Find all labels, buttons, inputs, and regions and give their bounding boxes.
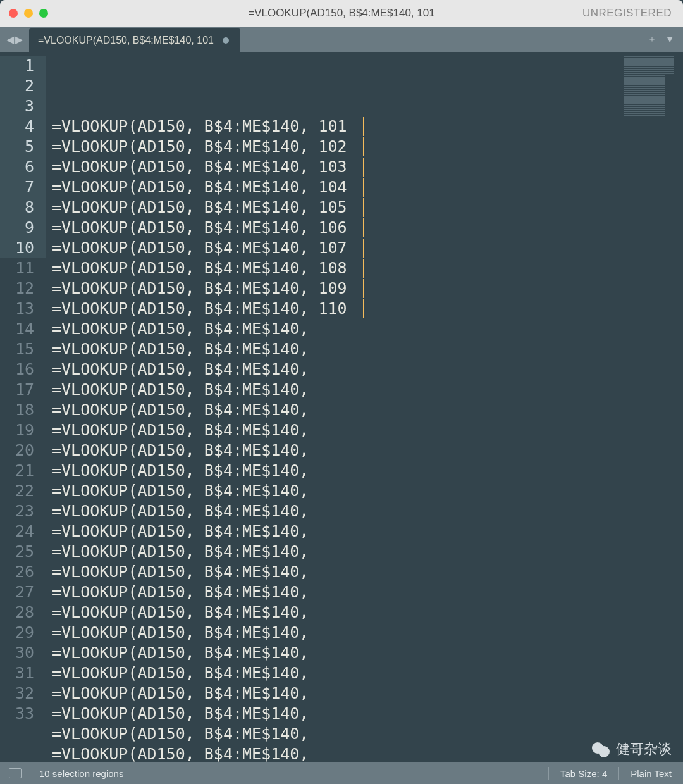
minimize-window-icon[interactable]: [24, 9, 33, 18]
line-number[interactable]: 8: [0, 197, 46, 218]
code-line[interactable]: =VLOOKUP(AD150, B$4:ME$140,: [52, 319, 683, 339]
code-line[interactable]: =VLOOKUP(AD150, B$4:ME$140, 104: [52, 177, 683, 197]
line-number[interactable]: 32: [0, 683, 46, 704]
line-number[interactable]: 30: [0, 643, 46, 663]
code-line[interactable]: =VLOOKUP(AD150, B$4:ME$140,: [52, 724, 683, 744]
zoom-window-icon[interactable]: [39, 9, 48, 18]
close-window-icon[interactable]: [9, 9, 18, 18]
line-number[interactable]: 11: [0, 258, 46, 278]
code-line[interactable]: =VLOOKUP(AD150, B$4:ME$140,: [52, 683, 683, 704]
minimap-line: [624, 109, 665, 110]
minimap-line: [624, 63, 674, 65]
code-line[interactable]: =VLOOKUP(AD150, B$4:ME$140,: [52, 521, 683, 542]
code-line[interactable]: =VLOOKUP(AD150, B$4:ME$140, 103: [52, 157, 683, 177]
file-tab[interactable]: =VLOOKUP(AD150, B$4:ME$140, 101: [29, 28, 240, 52]
line-number[interactable]: 12: [0, 278, 46, 299]
code-line[interactable]: =VLOOKUP(AD150, B$4:ME$140, 102: [52, 137, 683, 157]
code-area[interactable]: =VLOOKUP(AD150, B$4:ME$140, 101=VLOOKUP(…: [48, 52, 683, 762]
line-number[interactable]: 16: [0, 359, 46, 380]
minimap-line: [624, 58, 674, 59]
code-line[interactable]: =VLOOKUP(AD150, B$4:ME$140,: [52, 704, 683, 724]
watermark-text: 健哥杂谈: [616, 740, 672, 759]
text-cursor: [363, 117, 364, 136]
line-number[interactable]: 17: [0, 380, 46, 400]
new-tab-icon[interactable]: ＋: [648, 34, 656, 45]
panel-toggle-icon[interactable]: [9, 768, 22, 778]
minimap-line: [624, 90, 665, 91]
code-line[interactable]: =VLOOKUP(AD150, B$4:ME$140,: [52, 562, 683, 582]
nav-forward-icon[interactable]: ▶: [15, 34, 23, 46]
line-number[interactable]: 9: [0, 218, 46, 238]
text-cursor: [363, 137, 364, 156]
tab-history-nav: ◀ ▶: [0, 27, 29, 52]
code-line[interactable]: =VLOOKUP(AD150, B$4:ME$140,: [52, 602, 683, 623]
line-number[interactable]: 4: [0, 116, 46, 137]
code-line[interactable]: =VLOOKUP(AD150, B$4:ME$140,: [52, 582, 683, 602]
code-line[interactable]: =VLOOKUP(AD150, B$4:ME$140,: [52, 744, 683, 764]
code-line[interactable]: =VLOOKUP(AD150, B$4:ME$140,: [52, 643, 683, 663]
minimap-line: [624, 94, 665, 95]
minimap-line: [624, 92, 665, 93]
line-number[interactable]: 10: [0, 238, 46, 258]
line-number[interactable]: 33: [0, 704, 46, 724]
minimap-line: [624, 115, 665, 116]
line-number[interactable]: 23: [0, 501, 46, 521]
line-number[interactable]: 25: [0, 542, 46, 562]
line-number[interactable]: 3: [0, 96, 46, 116]
text-cursor: [363, 158, 364, 177]
code-line[interactable]: =VLOOKUP(AD150, B$4:ME$140, 110: [52, 299, 683, 319]
minimap[interactable]: [624, 56, 674, 116]
code-line[interactable]: =VLOOKUP(AD150, B$4:ME$140,: [52, 339, 683, 359]
code-line[interactable]: =VLOOKUP(AD150, B$4:ME$140, 108: [52, 258, 683, 278]
code-line[interactable]: =VLOOKUP(AD150, B$4:ME$140,: [52, 380, 683, 400]
code-line[interactable]: =VLOOKUP(AD150, B$4:ME$140,: [52, 542, 683, 562]
window-titlebar: =VLOOKUP(AD150, B$4:ME$140, 101 UNREGIST…: [0, 0, 683, 27]
line-number[interactable]: 22: [0, 481, 46, 501]
line-number[interactable]: 1: [0, 56, 46, 76]
minimap-line: [624, 84, 665, 85]
line-number[interactable]: 28: [0, 602, 46, 623]
code-line[interactable]: =VLOOKUP(AD150, B$4:ME$140, 105: [52, 197, 683, 218]
line-number[interactable]: 29: [0, 623, 46, 643]
line-number[interactable]: 20: [0, 440, 46, 461]
line-number[interactable]: 5: [0, 137, 46, 157]
code-line[interactable]: =VLOOKUP(AD150, B$4:ME$140, 101: [52, 116, 683, 137]
nav-back-icon[interactable]: ◀: [6, 34, 14, 46]
text-cursor: [363, 218, 364, 237]
minimap-line: [624, 73, 674, 74]
code-line[interactable]: =VLOOKUP(AD150, B$4:ME$140, 109: [52, 278, 683, 299]
line-number[interactable]: 13: [0, 299, 46, 319]
line-number[interactable]: 19: [0, 420, 46, 440]
line-number[interactable]: 24: [0, 521, 46, 542]
text-editor[interactable]: 1234567891011121314151617181920212223242…: [0, 52, 683, 762]
minimap-line: [624, 56, 674, 57]
line-number[interactable]: 26: [0, 562, 46, 582]
line-number[interactable]: 18: [0, 400, 46, 420]
watermark: 健哥杂谈: [592, 740, 672, 759]
line-number[interactable]: 31: [0, 663, 46, 683]
line-number[interactable]: 27: [0, 582, 46, 602]
minimap-line: [624, 65, 674, 66]
code-line[interactable]: =VLOOKUP(AD150, B$4:ME$140,: [52, 420, 683, 440]
code-line[interactable]: =VLOOKUP(AD150, B$4:ME$140,: [52, 400, 683, 420]
code-line[interactable]: [52, 764, 683, 784]
code-line[interactable]: =VLOOKUP(AD150, B$4:ME$140,: [52, 461, 683, 481]
line-number[interactable]: 14: [0, 319, 46, 339]
line-number[interactable]: 21: [0, 461, 46, 481]
tab-menu-icon[interactable]: ▼: [665, 34, 674, 44]
code-line[interactable]: =VLOOKUP(AD150, B$4:ME$140,: [52, 359, 683, 380]
code-line[interactable]: =VLOOKUP(AD150, B$4:ME$140,: [52, 663, 683, 683]
code-line[interactable]: =VLOOKUP(AD150, B$4:ME$140, 107: [52, 238, 683, 258]
code-line[interactable]: =VLOOKUP(AD150, B$4:ME$140,: [52, 501, 683, 521]
line-number[interactable]: 15: [0, 339, 46, 359]
line-number-gutter[interactable]: 1234567891011121314151617181920212223242…: [0, 52, 48, 762]
line-number[interactable]: 2: [0, 76, 46, 96]
code-line[interactable]: =VLOOKUP(AD150, B$4:ME$140,: [52, 440, 683, 461]
code-line[interactable]: =VLOOKUP(AD150, B$4:ME$140,: [52, 481, 683, 501]
line-number[interactable]: 7: [0, 177, 46, 197]
code-line[interactable]: =VLOOKUP(AD150, B$4:ME$140, 106: [52, 218, 683, 238]
text-cursor: [363, 239, 364, 258]
line-number[interactable]: 6: [0, 157, 46, 177]
minimap-line: [624, 61, 674, 63]
code-line[interactable]: =VLOOKUP(AD150, B$4:ME$140,: [52, 623, 683, 643]
